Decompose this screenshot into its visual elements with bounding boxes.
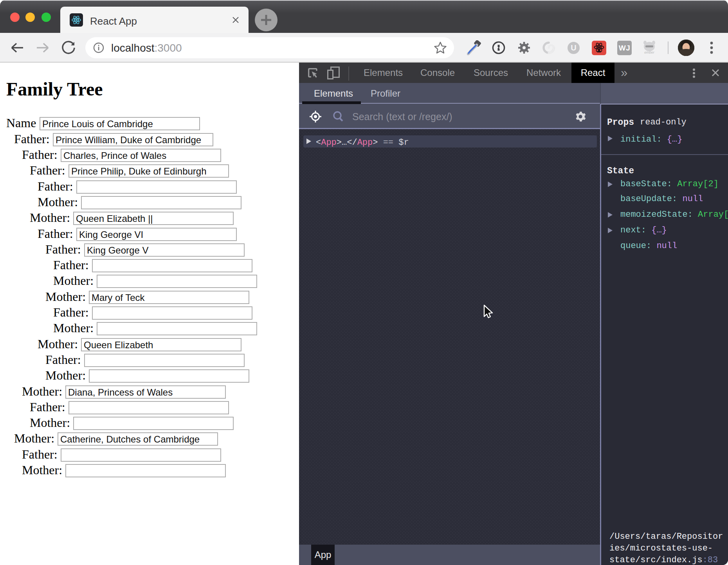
svg-text:ember: ember <box>644 50 655 54</box>
